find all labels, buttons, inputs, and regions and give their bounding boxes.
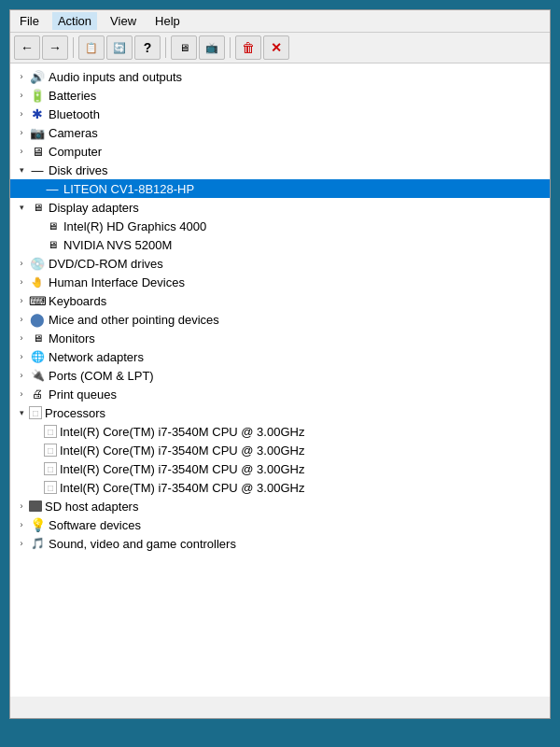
keyboards-icon: ⌨ xyxy=(29,293,46,308)
expand-sdhost[interactable] xyxy=(14,501,29,511)
tree-item-liteon[interactable]: — LITEON CV1-8B128-HP xyxy=(10,179,550,198)
expand-batteries[interactable] xyxy=(14,91,29,100)
computer-icon: 🖥 xyxy=(29,144,46,159)
cpu4-label: Intel(R) Core(TM) i7-3540M CPU @ 3.00GHz xyxy=(60,481,304,495)
keyboards-label: Keyboards xyxy=(49,294,106,308)
tree-item-computer[interactable]: 🖥 Computer xyxy=(10,142,550,161)
sdhost-label: SD host adapters xyxy=(45,500,138,514)
cpu1-label: Intel(R) Core(TM) i7-3540M CPU @ 3.00GHz xyxy=(60,425,304,439)
audio-label: Audio inputs and outputs xyxy=(49,70,182,84)
dvd-label: DVD/CD-ROM drives xyxy=(49,257,163,271)
processors-icon: □ xyxy=(29,406,42,419)
disk-label: Disk drives xyxy=(49,163,108,177)
disk-icon: — xyxy=(29,162,46,177)
device-tree: 🔊 Audio inputs and outputs 🔋 Batteries ✱… xyxy=(10,63,550,697)
menu-action[interactable]: Action xyxy=(52,12,97,30)
expand-disk[interactable] xyxy=(14,165,29,175)
expand-network[interactable] xyxy=(14,352,29,361)
tree-item-cpu4[interactable]: □ Intel(R) Core(TM) i7-3540M CPU @ 3.00G… xyxy=(10,478,550,497)
forward-button[interactable]: → xyxy=(42,35,68,60)
monitor-button[interactable]: 📺 xyxy=(199,35,225,60)
intel-hd-icon: 🖥 xyxy=(44,218,61,233)
tree-item-mice[interactable]: ⬤ Mice and other pointing devices xyxy=(10,310,550,329)
liteon-icon: — xyxy=(44,181,61,196)
tree-item-sound[interactable]: 🎵 Sound, video and game controllers xyxy=(10,534,550,553)
expand-hid[interactable] xyxy=(14,277,29,287)
software-icon: 💡 xyxy=(29,517,46,532)
tree-item-bluetooth[interactable]: ✱ Bluetooth xyxy=(10,105,550,123)
sound-icon: 🎵 xyxy=(29,536,46,551)
expand-computer[interactable] xyxy=(14,147,29,156)
expand-dvd[interactable] xyxy=(14,259,29,268)
expand-monitors[interactable] xyxy=(14,333,29,343)
tree-item-processors[interactable]: □ Processors xyxy=(10,403,550,422)
tree-item-sdhost[interactable]: SD host adapters xyxy=(10,497,550,515)
close-device-button[interactable]: ✕ xyxy=(263,35,289,60)
liteon-label: LITEON CV1-8B128-HP xyxy=(63,182,194,196)
tree-item-dvd[interactable]: 💿 DVD/CD-ROM drives xyxy=(10,254,550,273)
display-button[interactable]: 🖥 xyxy=(171,35,197,60)
cameras-label: Cameras xyxy=(49,126,98,140)
expand-bluetooth[interactable] xyxy=(14,109,29,119)
tree-item-cpu1[interactable]: □ Intel(R) Core(TM) i7-3540M CPU @ 3.00G… xyxy=(10,422,550,441)
expand-processors[interactable] xyxy=(14,408,29,417)
tree-item-display[interactable]: 🖥 Display adapters xyxy=(10,198,550,217)
tree-item-ports[interactable]: 🔌 Ports (COM & LPT) xyxy=(10,366,550,385)
expand-keyboards[interactable] xyxy=(14,296,29,305)
cpu2-label: Intel(R) Core(TM) i7-3540M CPU @ 3.00GHz xyxy=(60,444,304,458)
batteries-label: Batteries xyxy=(49,89,96,103)
mice-icon: ⬤ xyxy=(29,312,46,327)
tree-item-intel-hd[interactable]: 🖥 Intel(R) HD Graphics 4000 xyxy=(10,217,550,235)
tree-item-cameras[interactable]: 📷 Cameras xyxy=(10,123,550,142)
display-icon: 🖥 xyxy=(29,200,46,215)
expand-print[interactable] xyxy=(14,389,29,399)
tree-item-nvidia[interactable]: 🖥 NVIDIA NVS 5200M xyxy=(10,235,550,254)
bluetooth-label: Bluetooth xyxy=(49,107,100,121)
expand-ports[interactable] xyxy=(14,371,29,380)
software-label: Software devices xyxy=(49,518,141,532)
tree-item-cpu3[interactable]: □ Intel(R) Core(TM) i7-3540M CPU @ 3.00G… xyxy=(10,459,550,478)
cpu4-icon: □ xyxy=(44,481,57,494)
hid-icon: 🤚 xyxy=(29,275,46,289)
ports-icon: 🔌 xyxy=(29,368,46,383)
tree-item-print[interactable]: 🖨 Print queues xyxy=(10,385,550,403)
tree-item-monitors[interactable]: 🖥 Monitors xyxy=(10,329,550,347)
cpu2-icon: □ xyxy=(44,444,57,457)
sdhost-icon xyxy=(29,500,42,512)
tree-item-hid[interactable]: 🤚 Human Interface Devices xyxy=(10,273,550,291)
toolbar-separator-1 xyxy=(73,37,74,58)
tree-item-batteries[interactable]: 🔋 Batteries xyxy=(10,86,550,105)
expand-cameras[interactable] xyxy=(14,128,29,137)
cameras-icon: 📷 xyxy=(29,125,46,140)
audio-icon: 🔊 xyxy=(29,69,46,84)
cpu1-icon: □ xyxy=(44,425,57,438)
network-icon: 🌐 xyxy=(29,349,46,364)
nvidia-label: NVIDIA NVS 5200M xyxy=(63,238,172,252)
help-button[interactable]: ? xyxy=(134,35,161,60)
print-icon: 🖨 xyxy=(29,387,46,402)
back-button[interactable]: ← xyxy=(14,35,40,60)
tree-item-audio[interactable]: 🔊 Audio inputs and outputs xyxy=(10,67,550,86)
menu-help[interactable]: Help xyxy=(149,12,186,30)
tree-item-software[interactable]: 💡 Software devices xyxy=(10,515,550,534)
monitors-label: Monitors xyxy=(49,331,95,345)
expand-mice[interactable] xyxy=(14,315,29,324)
cpu3-label: Intel(R) Core(TM) i7-3540M CPU @ 3.00GHz xyxy=(60,462,304,476)
expand-display[interactable] xyxy=(14,203,29,212)
uninstall-button[interactable]: 🗑 xyxy=(235,35,261,60)
expand-sound[interactable] xyxy=(14,539,29,548)
expand-software[interactable] xyxy=(14,520,29,529)
refresh-button[interactable]: 🔄 xyxy=(106,35,133,60)
tree-item-disk[interactable]: — Disk drives xyxy=(10,161,550,179)
tree-item-cpu2[interactable]: □ Intel(R) Core(TM) i7-3540M CPU @ 3.00G… xyxy=(10,441,550,459)
expand-audio[interactable] xyxy=(14,72,29,81)
device-manager-window: File Action View Help ← → 📋 🔄 ? 🖥 📺 🗑 ✕ … xyxy=(9,9,551,719)
tree-item-keyboards[interactable]: ⌨ Keyboards xyxy=(10,291,550,310)
menu-view[interactable]: View xyxy=(105,12,142,30)
menu-file[interactable]: File xyxy=(14,12,45,30)
processors-label: Processors xyxy=(45,406,105,420)
properties-button[interactable]: 📋 xyxy=(78,35,105,60)
network-label: Network adapters xyxy=(49,350,144,364)
ports-label: Ports (COM & LPT) xyxy=(49,369,154,383)
tree-item-network[interactable]: 🌐 Network adapters xyxy=(10,347,550,366)
